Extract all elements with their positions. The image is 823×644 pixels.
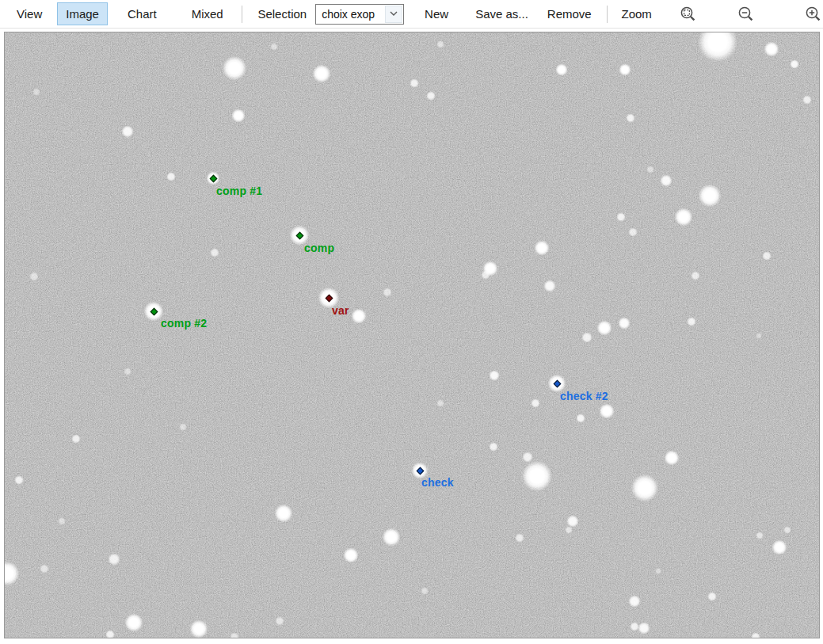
background-star <box>124 613 143 632</box>
background-star <box>312 64 331 83</box>
background-star <box>626 113 635 123</box>
background-star <box>581 332 592 343</box>
toolbar: View Image Chart Mixed Selection choix e… <box>0 0 823 29</box>
background-star <box>762 251 772 261</box>
background-star <box>121 125 134 138</box>
background-star <box>596 320 612 336</box>
background-star <box>222 55 247 81</box>
background-star <box>40 564 49 574</box>
background-star <box>436 40 444 48</box>
background-star <box>274 504 293 523</box>
background-star <box>751 632 760 638</box>
star-label-check-2: check #2 <box>560 390 608 402</box>
background-star <box>521 460 553 492</box>
background-star <box>756 532 764 539</box>
background-star <box>383 288 392 297</box>
background-star <box>576 413 585 423</box>
background-star <box>687 317 696 326</box>
star-label-var: var <box>332 304 349 317</box>
background-star <box>531 398 540 408</box>
background-star <box>764 41 779 57</box>
background-star <box>783 526 791 534</box>
background-star <box>481 270 490 280</box>
background-star <box>210 248 219 257</box>
background-star <box>29 272 39 281</box>
background-star <box>616 212 626 222</box>
background-star <box>522 452 533 463</box>
toolbar-separator <box>607 6 608 23</box>
background-star <box>230 632 239 638</box>
new-button[interactable]: New <box>416 2 457 25</box>
background-star <box>179 423 187 431</box>
background-star <box>410 78 419 88</box>
zoom-in-icon[interactable] <box>805 3 823 25</box>
background-star <box>772 539 787 555</box>
background-star <box>630 622 639 631</box>
star-label-comp-2: comp #2 <box>161 317 207 330</box>
selection-dropdown[interactable]: choix exop <box>315 4 404 25</box>
background-star <box>231 109 246 123</box>
background-star <box>124 368 131 375</box>
image-button[interactable]: Image <box>57 2 108 25</box>
background-star <box>619 63 631 76</box>
background-star <box>489 370 500 381</box>
background-star <box>14 475 24 485</box>
noise-background <box>5 32 819 638</box>
background-star <box>555 63 568 76</box>
background-star <box>166 172 176 181</box>
background-star <box>660 174 672 187</box>
background-star <box>436 399 444 407</box>
selection-label: Selection <box>257 7 307 21</box>
background-star <box>674 208 693 227</box>
background-star <box>426 91 436 101</box>
save-as-button[interactable]: Save as... <box>467 2 537 25</box>
background-star <box>638 622 650 634</box>
background-star <box>698 184 722 208</box>
toolbar-separator <box>242 6 242 23</box>
background-star <box>382 528 401 547</box>
background-star <box>275 616 284 626</box>
star-label-check: check <box>421 476 454 489</box>
chevron-down-icon[interactable] <box>385 6 402 23</box>
background-star <box>534 240 550 256</box>
background-star <box>543 280 556 292</box>
background-star <box>71 434 81 444</box>
zoom-fit-icon[interactable] <box>679 3 697 25</box>
star-label-comp: comp <box>304 242 334 254</box>
chart-button[interactable]: Chart <box>119 2 166 25</box>
background-star <box>707 592 717 601</box>
background-star <box>343 547 359 563</box>
zoom-out-icon[interactable] <box>737 3 755 25</box>
background-star <box>655 568 661 574</box>
background-star <box>32 88 40 96</box>
background-star <box>756 333 762 339</box>
background-star <box>108 553 120 566</box>
background-star <box>618 317 631 330</box>
background-star <box>270 43 278 51</box>
background-star <box>421 587 429 595</box>
background-star <box>189 619 208 638</box>
view-button[interactable]: View <box>8 2 51 25</box>
background-star <box>599 403 615 419</box>
star-label-comp-1: comp #1 <box>216 185 262 197</box>
mixed-button[interactable]: Mixed <box>183 2 232 25</box>
star-canvas[interactable]: comp #1compcomp #2varcheck #2check <box>4 32 820 638</box>
background-star <box>565 526 573 534</box>
selection-dropdown-value: choix exop <box>316 5 384 24</box>
background-star <box>58 517 66 525</box>
remove-button[interactable]: Remove <box>539 2 600 25</box>
background-star <box>802 95 812 105</box>
background-star <box>790 59 799 69</box>
background-star <box>105 630 115 638</box>
background-star <box>628 595 641 608</box>
background-star <box>628 227 638 237</box>
background-star <box>489 442 498 452</box>
background-star <box>631 474 659 502</box>
background-star <box>351 308 367 324</box>
background-star <box>646 166 654 173</box>
background-star <box>664 450 680 466</box>
background-star <box>691 271 700 280</box>
zoom-button[interactable]: Zoom <box>612 2 660 25</box>
background-star <box>515 533 524 543</box>
